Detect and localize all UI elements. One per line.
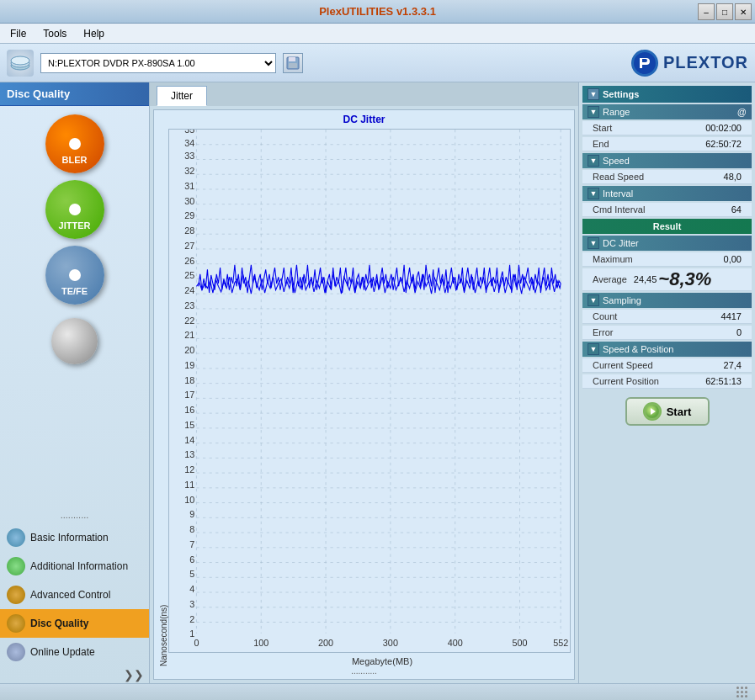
start-button[interactable]: Start — [625, 397, 710, 426]
speed-subsection: ▼ Speed — [582, 153, 752, 168]
nav-basic-information[interactable]: Basic Information — [0, 523, 149, 552]
svg-point-2 — [11, 56, 29, 65]
right-panel: ▼ Settings ▼ Range @ Start 00:02:00 End … — [578, 82, 755, 683]
menu-help[interactable]: Help — [77, 26, 111, 41]
read-speed-label: Read Speed — [593, 172, 644, 182]
save-button[interactable] — [283, 53, 303, 73]
dc-jitter-label: DC Jitter — [603, 238, 639, 248]
svg-text:100: 100 — [253, 638, 269, 648]
sidebar-dots: ........... — [0, 506, 149, 523]
bler-button[interactable]: BLER — [33, 114, 117, 173]
sampling-collapse-btn[interactable]: ▼ — [588, 294, 599, 306]
chart-container: DC Jitter Nanosecond(ns) — [153, 109, 575, 680]
svg-text:31: 31 — [184, 181, 194, 191]
tab-bar: Jitter — [150, 82, 578, 106]
speed-position-label: Speed & Position — [603, 344, 673, 354]
disc-hole-jitter — [69, 204, 81, 215]
disc-hole-tefe — [69, 269, 81, 281]
plextor-text: PLEXTOR — [663, 53, 748, 72]
sidebar-title: Disc Quality — [0, 82, 149, 106]
svg-text:23: 23 — [184, 300, 194, 310]
svg-text:0: 0 — [194, 638, 199, 648]
content-area: Jitter DC Jitter Nanosecond(ns) — [150, 82, 578, 683]
svg-text:552: 552 — [553, 638, 568, 648]
svg-text:24: 24 — [184, 285, 194, 295]
main-area: Disc Quality BLER JITTER TE/FE — [0, 82, 755, 683]
scan-button[interactable] — [33, 311, 117, 370]
average-value: 24,45 — [634, 274, 657, 284]
cmd-interval-value: 64 — [731, 204, 742, 215]
svg-text:300: 300 — [383, 638, 398, 648]
sidebar-expand-arrow[interactable]: ❯❯ — [0, 666, 149, 683]
svg-text:14: 14 — [184, 434, 194, 444]
online-update-icon — [7, 643, 25, 661]
range-label: Range — [603, 107, 630, 117]
end-value: 62:50:72 — [705, 139, 742, 149]
x-axis-label: Megabyte(MB) — [168, 653, 571, 666]
svg-text:32: 32 — [184, 166, 194, 176]
svg-text:200: 200 — [318, 638, 333, 648]
svg-text:22: 22 — [184, 316, 194, 326]
tefe-button[interactable]: TE/FE — [33, 246, 117, 305]
svg-text:27: 27 — [184, 241, 194, 251]
svg-text:11: 11 — [184, 480, 194, 490]
scan-disc-icon — [51, 318, 98, 364]
start-value: 00:02:00 — [705, 123, 742, 133]
dc-jitter-collapse-btn[interactable]: ▼ — [588, 237, 599, 249]
resize-grip[interactable] — [736, 687, 748, 698]
svg-text:19: 19 — [184, 360, 194, 370]
nav-advanced-control[interactable]: Advanced Control — [0, 581, 149, 609]
disc-quality-icon — [7, 614, 25, 633]
jitter-button[interactable]: JITTER — [33, 180, 117, 239]
nav-additional-label: Additional Information — [30, 560, 128, 572]
current-speed-row: Current Speed 27,4 — [582, 358, 752, 373]
svg-text:35: 35 — [184, 129, 194, 135]
svg-text:2: 2 — [189, 613, 194, 623]
svg-rect-5 — [289, 63, 297, 68]
read-speed-row: Read Speed 48,0 — [582, 170, 752, 184]
nav-additional-information[interactable]: Additional Information — [0, 552, 149, 581]
drive-select[interactable]: N:PLEXTOR DVDR PX-890SA 1.00 — [40, 53, 276, 73]
settings-collapse-btn[interactable]: ▼ — [588, 88, 599, 100]
title-prefix: Plex — [319, 5, 342, 18]
minimize-button[interactable]: – — [698, 3, 715, 20]
disc-buttons: BLER JITTER TE/FE — [0, 106, 149, 506]
svg-text:7: 7 — [189, 539, 194, 549]
titlebar: PlexUTILITIES v1.3.3.1 – □ ✕ — [0, 0, 755, 24]
count-value: 4417 — [721, 311, 742, 321]
svg-text:8: 8 — [189, 524, 194, 534]
svg-text:26: 26 — [184, 256, 194, 266]
interval-subsection: ▼ Interval — [582, 186, 752, 201]
svg-text:3: 3 — [189, 599, 194, 609]
count-row: Count 4417 — [582, 310, 752, 324]
svg-text:12: 12 — [184, 464, 194, 475]
close-button[interactable]: ✕ — [735, 3, 752, 20]
end-row: End 62:50:72 — [582, 137, 752, 151]
svg-text:29: 29 — [184, 210, 194, 220]
speed-collapse-btn[interactable]: ▼ — [588, 155, 599, 167]
tab-jitter[interactable]: Jitter — [157, 86, 207, 106]
svg-text:9: 9 — [189, 509, 194, 519]
speed-pos-collapse-btn[interactable]: ▼ — [588, 343, 599, 355]
nav-disc-quality[interactable]: Disc Quality — [0, 609, 149, 638]
additional-information-icon — [7, 557, 25, 575]
svg-text:10: 10 — [184, 494, 194, 504]
current-position-label: Current Position — [593, 376, 659, 386]
range-collapse-btn[interactable]: ▼ — [588, 106, 599, 118]
svg-text:16: 16 — [184, 405, 194, 415]
speed-label: Speed — [603, 156, 630, 166]
start-row: Start 00:02:00 — [582, 121, 752, 135]
svg-text:500: 500 — [512, 638, 527, 648]
svg-text:5: 5 — [189, 569, 194, 579]
menu-tools[interactable]: Tools — [36, 26, 73, 41]
menu-file[interactable]: File — [3, 26, 33, 41]
end-label: End — [593, 139, 609, 149]
svg-rect-8 — [169, 130, 570, 652]
menubar: File Tools Help — [0, 24, 755, 44]
error-label: Error — [593, 327, 613, 337]
nav-online-update[interactable]: Online Update — [0, 638, 149, 666]
maximize-button[interactable]: □ — [716, 3, 733, 20]
interval-collapse-btn[interactable]: ▼ — [588, 188, 599, 199]
titlebar-title: PlexUTILITIES v1.3.3.1 — [319, 5, 436, 18]
svg-rect-4 — [289, 57, 295, 61]
